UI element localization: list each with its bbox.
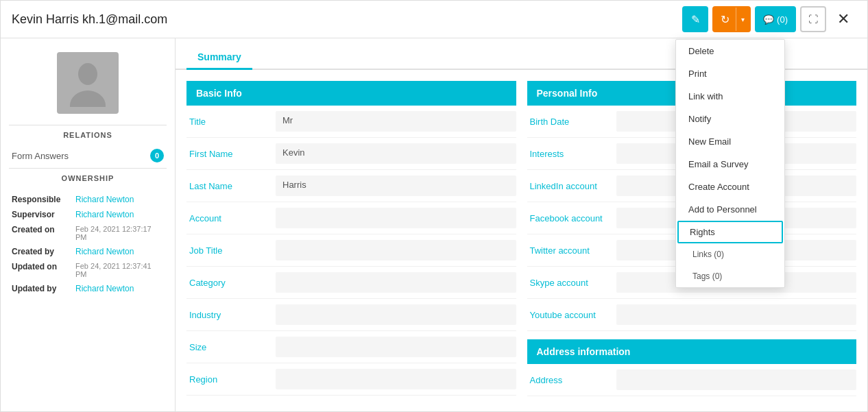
comment-icon: 💬 [763,14,774,25]
ownership-val-updated-on: Feb 24, 2021 12:37:41 PM [75,262,164,278]
ownership-key: Created on [12,225,70,241]
svg-point-1 [70,90,106,107]
dropdown-print[interactable]: Print [676,62,784,85]
dropdown-delete[interactable]: Delete [676,40,784,62]
ownership-key: Supervisor [12,210,70,219]
avatar [57,52,119,114]
expand-button[interactable]: ⛶ [800,6,826,32]
field-job-title: Job Title [186,234,516,267]
tab-summary[interactable]: Summary [186,45,252,70]
expand-icon: ⛶ [808,14,818,25]
form-answers-badge: 0 [150,149,164,162]
field-value-size[interactable] [276,337,516,357]
page-title: Kevin Harris kh.1@mail.com [12,12,167,27]
field-title: Title Mr [186,106,516,138]
app-container: Kevin Harris kh.1@mail.com ✎ ↻ ▾ 💬 (0) [0,0,868,412]
field-value-last-name[interactable]: Harris [276,175,516,196]
field-last-name: Last Name Harris [186,170,516,202]
field-region: Region [186,363,516,396]
close-icon: ✕ [837,10,849,28]
field-label-linkedin: LinkedIn account [527,181,616,191]
field-value-job-title[interactable] [276,240,516,260]
dropdown-new-email[interactable]: New Email [676,130,784,153]
field-label-category: Category [186,278,276,288]
ownership-key: Created by [12,247,70,256]
relations-item-form-answers[interactable]: Form Answers 0 [1,143,175,168]
field-value-title[interactable]: Mr [276,111,516,132]
field-category: Category [186,267,516,299]
dropdown-add-to-personnel[interactable]: Add to Personnel [676,198,784,221]
ownership-val-supervisor[interactable]: Richard Newton [75,210,134,219]
field-label-job-title: Job Title [186,245,276,256]
field-youtube: Youtube account [527,299,857,331]
edit-button[interactable]: ✎ [682,6,708,32]
field-label-title: Title [186,117,276,127]
field-value-region[interactable] [276,369,516,389]
dropdown-tags[interactable]: Tags (0) [676,265,784,287]
ownership-row-created-by: Created by Richard Newton [12,244,164,259]
dropdown-rights[interactable]: Rights [677,221,783,243]
header: Kevin Harris kh.1@mail.com ✎ ↻ ▾ 💬 (0) [1,1,867,38]
field-value-category[interactable] [276,272,516,293]
field-value-account[interactable] [276,208,516,228]
ownership-val-created-by[interactable]: Richard Newton [75,247,134,256]
svg-point-0 [78,63,97,85]
ownership-row-updated-by: Updated by Richard Newton [12,281,164,296]
address-info-header: Address information [527,339,857,364]
field-label-region: Region [186,374,276,385]
ownership-row-updated-on: Updated on Feb 24, 2021 12:37:41 PM [12,259,164,281]
field-value-first-name[interactable]: Kevin [276,143,516,164]
field-label-first-name: First Name [186,149,276,159]
field-label-interests: Interests [527,149,616,159]
field-label-last-name: Last Name [186,181,276,191]
dropdown-email-survey[interactable]: Email a Survey [676,153,784,175]
field-industry: Industry [186,299,516,331]
field-label-birth-date: Birth Date [527,117,616,127]
action-split-button[interactable]: ↻ ▾ [712,6,751,32]
dropdown-link-with[interactable]: Link with [676,85,784,108]
dropdown-create-account[interactable]: Create Account [676,175,784,198]
dropdown-notify[interactable]: Notify [676,108,784,130]
ownership-section: Responsible Richard Newton Supervisor Ri… [1,186,175,302]
field-value-youtube[interactable] [616,304,857,325]
field-first-name: First Name Kevin [186,138,516,170]
edit-icon: ✎ [691,13,700,26]
field-label-address: Address [527,375,616,385]
avatar-section [1,38,175,125]
ownership-key: Responsible [12,195,70,204]
ownership-row-responsible: Responsible Richard Newton [12,192,164,207]
field-address: Address [527,364,857,396]
close-button[interactable]: ✕ [830,6,856,32]
action-main-button[interactable]: ↻ [714,8,736,31]
ownership-val-responsible[interactable]: Richard Newton [75,195,134,204]
header-actions: ✎ ↻ ▾ 💬 (0) ⛶ ✕ [682,6,856,32]
field-label-youtube: Youtube account [527,310,616,320]
chevron-down-icon: ▾ [741,16,745,23]
basic-info-header: Basic Info [186,81,516,106]
action-dropdown-button[interactable]: ▾ [736,8,749,31]
ownership-val-created-on: Feb 24, 2021 12:37:17 PM [75,225,164,241]
dropdown-menu: Delete Print Link with Notify New Email … [675,39,785,288]
left-sidebar: RELATIONS Form Answers 0 OWNERSHIP Respo… [1,38,176,411]
refresh-icon: ↻ [721,13,730,26]
address-section: Address information Address [527,339,857,396]
ownership-header: OWNERSHIP [1,169,175,186]
field-label-size: Size [186,342,276,352]
field-value-industry[interactable] [276,304,516,325]
comment-count: (0) [777,14,788,25]
field-label-industry: Industry [186,310,276,320]
field-account: Account [186,202,516,234]
ownership-val-updated-by[interactable]: Richard Newton [75,284,134,293]
comment-button[interactable]: 💬 (0) [755,6,796,32]
field-size: Size [186,331,516,363]
dropdown-links[interactable]: Links (0) [676,243,784,265]
field-value-address[interactable] [616,369,857,390]
tags-badge: (0) [712,271,723,281]
relations-header: RELATIONS [1,125,175,143]
field-label-account: Account [186,213,276,223]
links-badge: (0) [714,250,724,259]
field-label-skype: Skype account [527,278,616,288]
basic-info-column: Basic Info Title Mr First Name Kevin Las… [186,81,516,400]
field-label-twitter: Twitter account [527,245,616,256]
ownership-key: Updated on [12,262,70,278]
